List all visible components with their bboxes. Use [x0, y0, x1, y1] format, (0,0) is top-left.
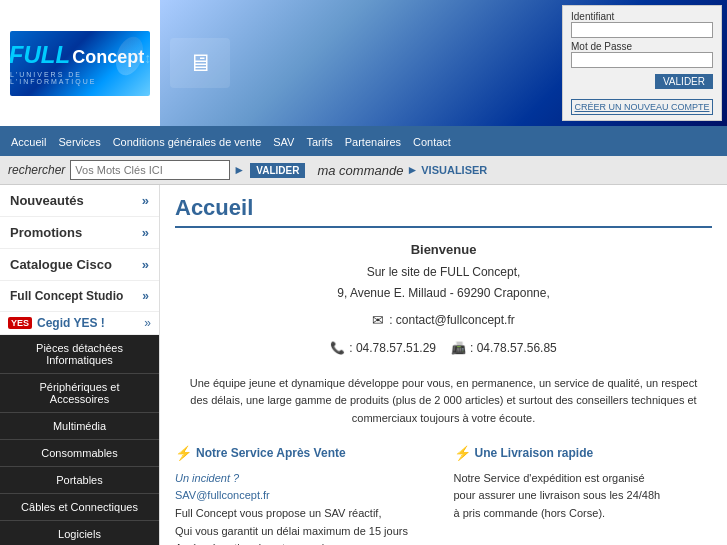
sav-text3: Après réception de votre envoi.: [175, 540, 434, 545]
searchbar: rechercher ► VALIDER ma commande ► VISUA…: [0, 156, 727, 185]
welcome-section: Bienvenue Sur le site de FULL Concept, 9…: [175, 238, 712, 360]
welcome-line1: Sur le site de FULL Concept,: [175, 262, 712, 284]
nav-tarifs[interactable]: Tarifs: [300, 136, 338, 148]
sidebar-label-consommables: Consommables: [41, 447, 117, 459]
motdepasse-label: Mot de Passe: [571, 41, 713, 52]
main-layout: Nouveautés » Promotions » Catalogue Cisc…: [0, 185, 727, 545]
sidebar-label-cables: Câbles et Connectiques: [21, 501, 138, 513]
sidebar-item-promotions[interactable]: Promotions »: [0, 217, 159, 249]
sidebar-item-pieces[interactable]: Pièces détachées Informatiques: [0, 335, 159, 374]
sidebar-item-nouveautes[interactable]: Nouveautés »: [0, 185, 159, 217]
description-text: Une équipe jeune et dynamique développe …: [175, 375, 712, 428]
sav-box: ⚡ Notre Service Après Vente Un incident …: [175, 442, 434, 545]
services-section: ⚡ Notre Service Après Vente Un incident …: [175, 442, 712, 545]
command-label: ma commande: [317, 163, 403, 178]
logo-container: FULL Concept ↕ L'UNIVERS DE L'INFORMATIQ…: [0, 0, 160, 126]
nav-sav[interactable]: SAV: [267, 136, 300, 148]
phone2-item: 📠 : 04.78.57.56.85: [451, 338, 557, 360]
page-title: Accueil: [175, 195, 712, 228]
sidebar: Nouveautés » Promotions » Catalogue Cisc…: [0, 185, 160, 545]
main-content: Accueil Bienvenue Sur le site de FULL Co…: [160, 185, 727, 545]
search-arrow-icon: ►: [233, 163, 245, 177]
search-label: rechercher: [8, 163, 65, 177]
motdepasse-field: Mot de Passe: [571, 41, 713, 68]
logo-image[interactable]: FULL Concept ↕ L'UNIVERS DE L'INFORMATIQ…: [10, 31, 150, 96]
create-account-link[interactable]: CRÉER UN NOUVEAU COMPTE: [571, 99, 713, 115]
cegid-label: Cegid YES !: [37, 316, 105, 330]
sidebar-label-portables: Portables: [56, 474, 102, 486]
livraison-box: ⚡ Une Livraison rapide Notre Service d'e…: [454, 442, 713, 545]
sav-email[interactable]: SAV@fullconcept.fr: [175, 487, 434, 505]
sidebar-label-cisco: Catalogue Cisco: [10, 257, 112, 272]
studio-arrow-icon: »: [142, 289, 149, 303]
usb-icon-livraison: ⚡: [454, 442, 471, 464]
identifiant-input[interactable]: [571, 22, 713, 38]
nav-cgv[interactable]: Conditions générales de vente: [107, 136, 268, 148]
promotions-arrow-icon: »: [142, 225, 149, 240]
header-banner: 🖥 Identifiant Mot de Passe VALIDER CRÉER…: [160, 0, 727, 126]
cegid-badge: YES: [8, 317, 32, 329]
livraison-title: ⚡ Une Livraison rapide: [454, 442, 713, 464]
search-input[interactable]: [70, 160, 230, 180]
sidebar-item-portables[interactable]: Portables: [0, 467, 159, 494]
sav-text1: Full Concept vous propose un SAV réactif…: [175, 505, 434, 523]
sav-text2: Qui vous garantit un délai maximum de 15…: [175, 523, 434, 541]
search-valider-button[interactable]: VALIDER: [250, 163, 305, 178]
nav-accueil[interactable]: Accueil: [5, 136, 52, 148]
nav-partenaires[interactable]: Partenaires: [339, 136, 407, 148]
nav-services[interactable]: Services: [52, 136, 106, 148]
sidebar-item-cables[interactable]: Câbles et Connectiques: [0, 494, 159, 521]
sidebar-item-peripheriques[interactable]: Périphériques et Accessoires: [0, 374, 159, 413]
sidebar-label-studio: Full Concept Studio: [10, 289, 123, 303]
sidebar-label-peripheriques: Périphériques et Accessoires: [10, 381, 149, 405]
welcome-title: Bienvenue: [411, 242, 477, 257]
phone2-number: : 04.78.57.56.85: [470, 338, 557, 360]
visualiser-link[interactable]: VISUALISER: [421, 164, 487, 176]
sidebar-item-cisco[interactable]: Catalogue Cisco »: [0, 249, 159, 281]
sidebar-label-logiciels: Logiciels: [58, 528, 101, 540]
livraison-text2: pour assurer une livraison sous les 24/4…: [454, 487, 713, 505]
welcome-line2: 9, Avenue E. Millaud - 69290 Craponne,: [175, 283, 712, 305]
phone1-item: 📞 : 04.78.57.51.29: [330, 338, 436, 360]
valider-button[interactable]: VALIDER: [655, 74, 713, 89]
contact-row: 📞 : 04.78.57.51.29 📠 : 04.78.57.56.85: [175, 338, 712, 360]
sidebar-item-logiciels[interactable]: Logiciels: [0, 521, 159, 545]
usb-icon-sav: ⚡: [175, 442, 192, 464]
nav-contact[interactable]: Contact: [407, 136, 457, 148]
sidebar-label-pieces: Pièces détachées Informatiques: [10, 342, 149, 366]
cisco-arrow-icon: »: [142, 257, 149, 272]
motdepasse-input[interactable]: [571, 52, 713, 68]
identifiant-label: Identifiant: [571, 11, 713, 22]
sidebar-item-cegid[interactable]: YES Cegid YES ! »: [0, 312, 159, 335]
phone1-number: : 04.78.57.51.29: [349, 338, 436, 360]
navbar: Accueil Services Conditions générales de…: [0, 128, 727, 156]
sidebar-item-multimedia[interactable]: Multimédia: [0, 413, 159, 440]
cegid-arrow-icon: »: [144, 316, 151, 330]
phone1-icon: 📞: [330, 338, 345, 360]
sidebar-label-multimedia: Multimédia: [53, 420, 106, 432]
welcome-email: : contact@fullconcept.fr: [389, 310, 515, 332]
sidebar-label-nouveautes: Nouveautés: [10, 193, 84, 208]
nouveautes-arrow-icon: »: [142, 193, 149, 208]
sidebar-label-promotions: Promotions: [10, 225, 82, 240]
fax-icon: 📠: [451, 338, 466, 360]
email-icon: ✉: [372, 308, 384, 333]
computer-decoration: 🖥: [170, 38, 230, 88]
sav-subtitle: Un incident ?: [175, 470, 434, 488]
livraison-text1: Notre Service d'expédition est organisé: [454, 470, 713, 488]
logo-full: FULL: [10, 41, 70, 69]
livraison-text3: à pris commande (hors Corse).: [454, 505, 713, 523]
identifiant-field: Identifiant: [571, 11, 713, 38]
login-panel: Identifiant Mot de Passe VALIDER CRÉER U…: [562, 5, 722, 121]
sidebar-item-studio[interactable]: Full Concept Studio »: [0, 281, 159, 312]
sidebar-item-consommables[interactable]: Consommables: [0, 440, 159, 467]
command-arrow-icon: ►: [406, 163, 418, 177]
sav-title: ⚡ Notre Service Après Vente: [175, 442, 434, 464]
